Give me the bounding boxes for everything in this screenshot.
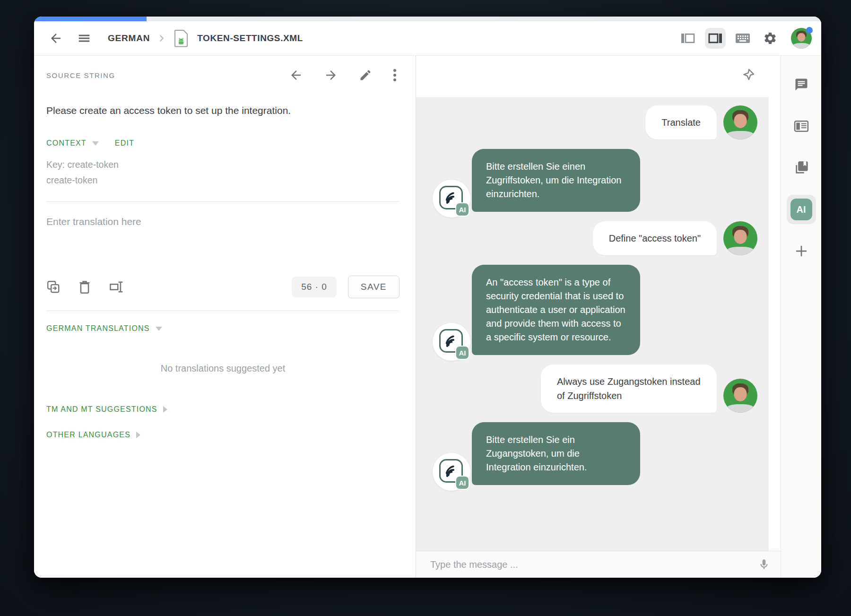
other-languages-section-toggle[interactable]: OTHER LANGUAGES — [46, 431, 399, 439]
ai-message-row: AI Bitte erstellen Sie einen Zugriffstok… — [433, 149, 757, 212]
settings-button[interactable] — [760, 28, 781, 49]
plus-icon — [794, 244, 808, 258]
clear-translation-button[interactable] — [78, 280, 91, 294]
breadcrumb-file-name[interactable]: TOKEN-SETTINGS.XML — [197, 33, 303, 43]
arrow-left-icon — [289, 68, 303, 82]
comments-tab-button[interactable] — [787, 70, 816, 99]
ai-message-row: AI An "access token" is a type of securi… — [433, 265, 757, 355]
user-message-row: Translate — [433, 105, 757, 139]
breadcrumb: GERMAN TOKEN-SETTINGS.XML — [108, 29, 303, 47]
user-message-avatar — [723, 379, 757, 413]
copy-source-button[interactable] — [46, 280, 61, 294]
breadcrumb-language[interactable]: GERMAN — [108, 33, 150, 43]
layout-left-icon — [680, 32, 696, 45]
back-button[interactable] — [45, 28, 66, 49]
ai-badge: AI — [455, 202, 469, 217]
add-tool-button[interactable] — [787, 236, 816, 266]
next-string-button[interactable] — [324, 68, 338, 82]
pin-icon — [740, 67, 756, 83]
char-counter: 56 · 0 — [292, 277, 337, 297]
ai-badge: AI — [455, 476, 469, 490]
tm-mt-section-label: TM AND MT SUGGESTIONS — [46, 405, 157, 414]
editor-panel: SOURCE STRING Please create — [34, 56, 416, 578]
back-arrow-icon — [49, 31, 63, 45]
file-progress-bar — [34, 17, 821, 21]
tools-sidebar: AI — [781, 56, 821, 578]
message-bubble: Always use Zugangstoken instead of Zugri… — [541, 364, 717, 413]
more-options-button[interactable] — [393, 68, 397, 82]
chat-message-input[interactable] — [430, 559, 758, 570]
select-text-button[interactable] — [109, 280, 125, 294]
pencil-icon — [359, 69, 372, 82]
arrow-right-icon — [324, 68, 338, 82]
chevron-down-icon — [156, 327, 162, 331]
context-edit-button[interactable]: EDIT — [115, 139, 134, 147]
hamburger-icon — [77, 31, 91, 45]
user-message-row: Always use Zugangstoken instead of Zugri… — [433, 364, 757, 413]
trash-icon — [78, 280, 91, 294]
pin-button[interactable] — [740, 67, 756, 85]
tm-mt-section-toggle[interactable]: TM AND MT SUGGESTIONS — [46, 405, 399, 414]
chevron-right-icon — [136, 432, 140, 438]
translations-section-toggle[interactable]: GERMAN TRANSLATIONS — [46, 324, 399, 333]
translation-input[interactable] — [46, 216, 399, 272]
other-languages-section-label: OTHER LANGUAGES — [46, 431, 130, 439]
chat-message-list[interactable]: Translate AI Bitte ers — [416, 97, 769, 551]
android-xml-file-icon — [174, 29, 189, 47]
save-button[interactable]: SAVE — [348, 276, 399, 298]
ai-message-row: AI Bitte erstellen Sie ein Zugangstoken,… — [433, 422, 757, 485]
user-avatar[interactable] — [791, 28, 812, 49]
toolbar-right-group — [677, 28, 812, 49]
source-string-text: Please create an access token to set up … — [46, 103, 399, 118]
message-bubble: Bitte erstellen Sie einen Zugriffstoken,… — [472, 149, 640, 212]
message-bubble: Translate — [645, 105, 717, 139]
user-message-row: Define "access token" — [433, 221, 757, 255]
source-string-header: SOURCE STRING — [46, 71, 115, 79]
chevron-down-icon — [92, 141, 99, 146]
copy-icon — [46, 280, 61, 294]
translations-empty-state: No translations suggested yet — [46, 363, 399, 374]
online-status-dot — [806, 27, 813, 34]
user-message-avatar — [723, 221, 757, 255]
message-bubble: An "access token" is a type of security … — [472, 265, 640, 355]
comment-icon — [794, 78, 808, 92]
glossary-tab-button[interactable] — [787, 153, 816, 182]
message-bubble: Define "access token" — [593, 221, 717, 255]
previous-string-button[interactable] — [289, 68, 303, 82]
menu-button[interactable] — [74, 28, 95, 49]
ai-assistant-tab-button[interactable]: AI — [787, 195, 816, 224]
text-selection-icon — [109, 280, 125, 294]
ai-icon: AI — [790, 199, 812, 220]
article-card-icon — [794, 120, 809, 132]
glossary-book-icon — [794, 160, 809, 175]
chevron-right-icon — [156, 33, 167, 43]
context-key-line: Key: create-token — [46, 157, 399, 173]
divider — [46, 201, 399, 202]
chat-scrollbar-gutter[interactable] — [769, 97, 781, 551]
top-toolbar: GERMAN TOKEN-SETTINGS.XML — [34, 21, 821, 56]
right-panel-layout-button[interactable] — [705, 28, 726, 49]
gear-icon — [763, 31, 777, 45]
ai-assistant-avatar: AI — [433, 453, 470, 491]
context-tab-button[interactable] — [787, 112, 816, 141]
divider — [46, 311, 399, 311]
context-toggle[interactable]: CONTEXT — [46, 139, 87, 147]
keyboard-icon — [735, 32, 751, 44]
message-bubble: Bitte erstellen Sie ein Zugangstoken, um… — [472, 422, 640, 485]
ai-chat-panel: Translate AI Bitte ers — [416, 56, 781, 578]
user-message-avatar — [723, 105, 757, 139]
layout-right-icon — [707, 32, 723, 45]
translations-section-label: GERMAN TRANSLATIONS — [46, 324, 150, 333]
edit-source-button[interactable] — [359, 69, 372, 82]
voice-input-button[interactable] — [758, 558, 770, 571]
context-value-line: create-token — [46, 173, 399, 188]
chat-input-bar — [416, 551, 781, 578]
ai-badge: AI — [455, 346, 469, 360]
ai-assistant-avatar: AI — [433, 180, 470, 217]
progress-fill — [34, 17, 147, 21]
left-panel-layout-button[interactable] — [677, 28, 698, 49]
keyboard-shortcuts-button[interactable] — [732, 28, 753, 49]
ai-assistant-avatar: AI — [433, 323, 470, 361]
app-window: GERMAN TOKEN-SETTINGS.XML — [34, 17, 821, 578]
chevron-right-icon — [163, 406, 167, 413]
